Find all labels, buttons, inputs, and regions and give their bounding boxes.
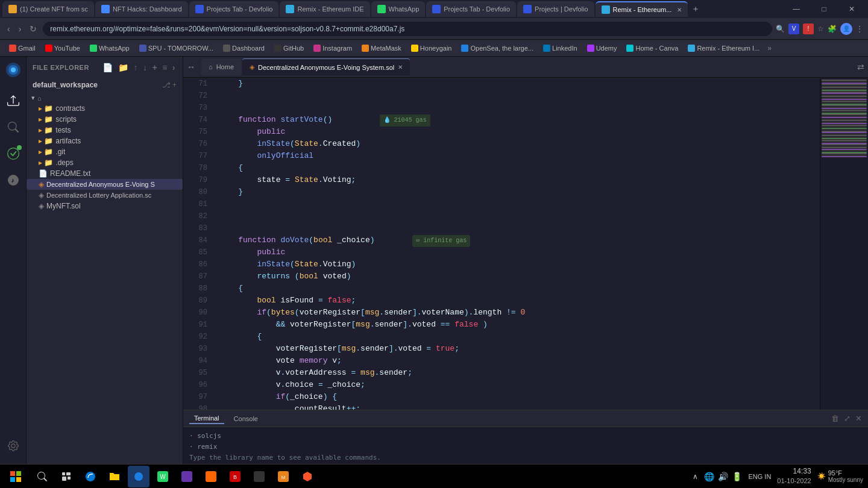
load-icon[interactable]: ↓ <box>142 61 149 74</box>
chevron-down-icon: ▾ <box>31 94 35 102</box>
terminal-tab-terminal[interactable]: Terminal <box>189 413 224 424</box>
tree-item-deps[interactable]: ▸ 📁 .deps <box>27 157 183 168</box>
terminal-close-icon[interactable]: ✕ <box>855 414 862 423</box>
taskbar-app2-icon[interactable]: W <box>152 466 174 487</box>
tree-item-contracts[interactable]: ▸ 📁 contracts <box>27 103 183 114</box>
taskbar-metamask-icon[interactable]: M <box>272 466 294 487</box>
browser-tab-5[interactable]: WhatsApp <box>371 1 426 17</box>
taskbar-search-icon[interactable] <box>31 466 53 487</box>
chevron-up-icon[interactable]: ∧ <box>693 472 698 481</box>
bookmark-linkedin[interactable]: LinkedIn <box>539 43 582 53</box>
taskbar-edge-icon[interactable] <box>80 466 101 487</box>
bookmark-canva[interactable]: Home - Canva <box>622 43 682 53</box>
remix-logo <box>5 61 22 80</box>
reload-button[interactable]: ↻ <box>27 23 39 35</box>
files-activity-icon[interactable] <box>2 90 24 111</box>
bookmark-spu[interactable]: SPU - TOMORROW... <box>135 43 218 53</box>
extensions-button[interactable]: 🧩 <box>828 25 837 33</box>
taskbar-app3-icon[interactable] <box>176 466 198 487</box>
extension-icon-2[interactable]: ! <box>803 23 814 34</box>
minimize-button[interactable]: — <box>782 2 810 16</box>
new-file-icon[interactable]: 📄 <box>101 61 115 74</box>
editor-tab-voting[interactable]: ◈ Decentralized Anonymous E-Voing System… <box>242 58 410 75</box>
taskbar-app6-icon[interactable] <box>248 466 270 487</box>
browser-tab-7[interactable]: Projects | Devfolio <box>517 1 594 17</box>
terminal-expand-icon[interactable]: ⤢ <box>844 414 851 423</box>
tab-close-8[interactable]: ✕ <box>677 7 682 13</box>
more-bookmarks-button[interactable]: » <box>767 44 772 52</box>
expand-icon[interactable]: › <box>171 61 177 74</box>
sound-icon[interactable]: 🔊 <box>718 472 728 481</box>
taskbar-brave-icon[interactable] <box>297 466 318 487</box>
bookmark-honeygain[interactable]: Honeygain <box>407 43 456 53</box>
tree-item-tests[interactable]: ▸ 📁 tests <box>27 125 183 136</box>
bookmark-label: OpenSea, the large... <box>470 45 533 52</box>
code-editor[interactable]: 71 72 73 74 75 76 77 78 79 80 81 82 83 8… <box>183 78 820 410</box>
bookmark-instagram[interactable]: Instagram <box>309 43 356 53</box>
taskbar-clock[interactable]: 14:33 01-10-2022 <box>777 466 811 486</box>
new-tab-button[interactable]: ＋ <box>691 4 700 14</box>
bookmark-opensea[interactable]: OpenSea, the large... <box>457 43 538 53</box>
deploy-activity-icon[interactable] <box>2 169 24 191</box>
create-workspace-icon[interactable]: + <box>151 61 159 74</box>
browser-tab-2[interactable]: NFT Hacks: Dashboard <box>95 1 188 17</box>
address-input[interactable] <box>43 22 772 36</box>
lang-indicator[interactable]: ENG IN <box>748 473 771 480</box>
toggle-sidebar-icon[interactable]: ↔ <box>187 62 195 72</box>
sync-icon[interactable]: ⇄ <box>857 62 864 72</box>
browser-tab-3[interactable]: Projects Tab - Devfolio <box>189 1 279 17</box>
tree-item-git[interactable]: ▸ 📁 .git <box>27 146 183 157</box>
tree-item-scripts[interactable]: ▸ 📁 scripts <box>27 114 183 125</box>
browser-tab-1[interactable]: (1) Create NFT from sc <box>2 1 94 17</box>
bookmark-metamask[interactable]: MetaMask <box>357 43 406 53</box>
search-activity-icon[interactable] <box>2 116 24 138</box>
publish-icon[interactable]: ↑ <box>132 61 139 74</box>
new-folder-icon[interactable]: 📁 <box>117 61 130 74</box>
bookmark-star-icon[interactable]: ☆ <box>817 25 824 33</box>
tree-item-readme[interactable]: 📄 README.txt <box>27 168 183 179</box>
git-icon[interactable]: ⎇ <box>162 81 171 89</box>
network-icon[interactable]: 🌐 <box>704 472 714 481</box>
bookmark-youtube[interactable]: YouTube <box>41 43 84 53</box>
collapse-icon[interactable]: ≡ <box>161 61 169 74</box>
bookmark-github[interactable]: GitHub <box>270 43 308 53</box>
tree-item-lottery-contract[interactable]: ◈ Decentralized Lottery Application.sc <box>27 190 183 201</box>
menu-button[interactable]: ⋮ <box>856 25 863 33</box>
editor-tab-home[interactable]: ⌂ Home <box>201 58 241 75</box>
bookmark-gmail[interactable]: Gmail <box>5 43 40 53</box>
terminal-clear-icon[interactable]: 🗑 <box>831 414 839 423</box>
battery-icon[interactable]: 🔋 <box>732 472 742 481</box>
tree-item-label: .deps <box>55 158 73 167</box>
taskbar-taskview-icon[interactable] <box>55 466 77 487</box>
browser-tab-4[interactable]: Remix - Ethereum IDE <box>280 1 370 17</box>
browser-tab-6[interactable]: Projects Tab - Devfolio <box>426 1 516 17</box>
back-button[interactable]: ‹ <box>5 23 13 35</box>
tree-item-mynft[interactable]: ◈ MyNFT.sol <box>27 201 183 211</box>
profile-icon[interactable]: 👤 <box>840 23 852 35</box>
forward-button[interactable]: › <box>16 23 24 35</box>
browser-tab-8[interactable]: Remix - Ethereum... ✕ <box>596 1 688 17</box>
maximize-button[interactable]: □ <box>810 2 838 16</box>
editor-tab-close-voting[interactable]: ✕ <box>398 64 403 70</box>
tree-item-artifacts[interactable]: ▸ 📁 artifacts <box>27 136 183 146</box>
weather-widget[interactable]: ☀️ 95°F Mostly sunny <box>817 469 863 483</box>
taskbar-app4-icon[interactable] <box>200 466 222 487</box>
add-workspace-icon[interactable]: + <box>172 81 177 89</box>
tree-item-voting-contract[interactable]: ◈ Decentralized Anonymous E-Voing S <box>27 179 183 190</box>
compiler-activity-icon[interactable] <box>2 143 24 164</box>
bookmark-udemy[interactable]: Udemy <box>583 43 621 53</box>
code-content[interactable]: } function startVote() 💧 21045 gas publi… <box>213 78 820 410</box>
extension-icon-1[interactable]: V <box>788 23 799 34</box>
close-button[interactable]: ✕ <box>838 2 866 16</box>
windows-start-button[interactable] <box>5 466 27 487</box>
bookmark-remix[interactable]: Remix - Ethereum I... <box>684 43 764 53</box>
tree-root[interactable]: ▾ ⌂ <box>27 93 183 103</box>
taskbar-app1-icon[interactable] <box>128 466 149 487</box>
code-line-76: inState(State.Created) <box>219 138 814 150</box>
bookmark-dashboard[interactable]: Dashboard <box>219 43 269 53</box>
taskbar-app5-icon[interactable]: B <box>224 466 246 487</box>
settings-bottom-icon[interactable] <box>2 435 24 457</box>
terminal-tab-console[interactable]: Console <box>229 414 263 424</box>
bookmark-whatsapp[interactable]: WhatsApp <box>86 43 134 53</box>
taskbar-explorer-icon[interactable] <box>104 466 125 487</box>
